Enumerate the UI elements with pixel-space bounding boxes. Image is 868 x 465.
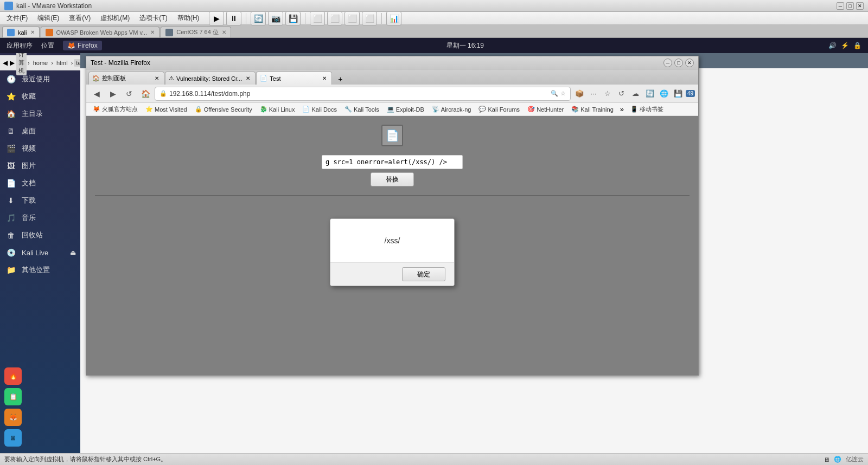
bm-exploitdb[interactable]: 💻 Exploit-DB	[384, 105, 427, 114]
firefox-maximize[interactable]: □	[674, 59, 683, 67]
toolbar-btn-8[interactable]: ⬜	[344, 11, 360, 25]
toolbar-btn-10[interactable]: 📊	[386, 11, 401, 25]
ff-btn-cloud[interactable]: ☁	[629, 87, 642, 100]
vm-tab-centos-close[interactable]: ✕	[222, 29, 226, 35]
ff-tab-0[interactable]: 🏠 控制面板 ✕	[88, 72, 164, 85]
bm-mobile[interactable]: 📱 移动书签	[627, 104, 667, 114]
bm-most-visited[interactable]: ⭐ Most Visited	[142, 105, 190, 114]
toolbar-btn-7[interactable]: ⬜	[327, 11, 342, 25]
fm-path-test[interactable]: test	[74, 59, 80, 67]
fm-forward-btn[interactable]: ▶	[9, 57, 15, 68]
firefox-titlebar: Test - Mozilla Firefox ─ □ ✕	[86, 56, 698, 69]
minimize-button[interactable]: ─	[837, 2, 844, 10]
toolbar-btn-1[interactable]: ▶	[209, 11, 224, 25]
close-button[interactable]: ✕	[856, 2, 864, 10]
replace-button[interactable]: 替换	[371, 172, 414, 186]
sidebar-item-home[interactable]: 🏠 主目录	[0, 105, 80, 122]
bm-kali-training[interactable]: 📚 Kali Training	[568, 105, 617, 114]
sidebar-label-video: 视频	[22, 144, 36, 153]
sidebar-item-pictures[interactable]: 🖼 图片	[0, 157, 80, 175]
dock-icon-2[interactable]: 📋	[4, 388, 22, 405]
vm-tab-owasp[interactable]: OWASP Broken Web Apps VM v... ✕	[41, 27, 160, 37]
dock-icon-3[interactable]: 🦊	[4, 409, 22, 426]
toolbar-btn-2[interactable]: ⏸	[226, 11, 241, 25]
toolbar-btn-6[interactable]: ⬜	[310, 11, 325, 25]
menu-help[interactable]: 帮助(H)	[173, 12, 204, 24]
bm-kali-linux[interactable]: 🐉 Kali Linux	[257, 105, 298, 114]
ff-tab-close-0[interactable]: ✕	[153, 75, 161, 82]
downloads-icon: ⬇	[4, 194, 17, 207]
dock-icon-grid[interactable]: ⊞	[4, 429, 22, 447]
sidebar-item-desktop[interactable]: 🖥 桌面	[0, 122, 80, 140]
ff-btn-save[interactable]: 💾	[672, 87, 685, 100]
ff-reload-btn[interactable]: ↺	[122, 87, 136, 101]
bm-kali-training-icon: 📚	[571, 106, 579, 113]
firefox-close[interactable]: ✕	[685, 59, 694, 67]
vm-tab-kali-close[interactable]: ✕	[30, 29, 35, 35]
bm-kali-tools[interactable]: 🔧 Kali Tools	[341, 105, 382, 114]
ff-tab-close-1[interactable]: ✕	[244, 75, 252, 82]
kali-live-eject[interactable]: ⏏	[70, 249, 76, 256]
maximize-button[interactable]: □	[846, 2, 854, 10]
ff-forward-btn[interactable]: ▶	[106, 87, 120, 101]
bm-kali-docs[interactable]: 📄 Kali Docs	[299, 105, 340, 114]
kali-browser-btn[interactable]: 🦊 Firefox	[63, 41, 102, 50]
bm-kali-forums[interactable]: 💬 Kali Forums	[475, 105, 523, 114]
bm-offensive-icon: 🔒	[195, 106, 202, 113]
ff-tab-2[interactable]: 📄 Test ✕	[256, 72, 332, 85]
dom-controls: 替换	[322, 155, 463, 186]
menu-file[interactable]: 文件(F)	[2, 12, 32, 24]
ff-btn-star-toolbar[interactable]: ☆	[601, 87, 614, 100]
toolbar-btn-5[interactable]: 💾	[285, 11, 301, 25]
ff-tab-1[interactable]: ⚠ Vulnerability: Stored Cr... ✕	[165, 72, 256, 85]
toolbar-btn-9[interactable]: ⬜	[362, 11, 377, 25]
vm-tab-centos[interactable]: CentOS 7 64 位 ✕	[161, 27, 231, 37]
toolbar-btn-4[interactable]: 📷	[268, 11, 283, 25]
vm-tab-kali[interactable]: kali ✕	[2, 27, 40, 37]
bm-nethunter[interactable]: 🎯 NetHunter	[524, 105, 567, 114]
toolbar-btn-3[interactable]: 🔄	[251, 11, 266, 25]
ff-url-bar[interactable]: 🔒 192.168.0.114/test/dom.php 🔍 ☆	[155, 87, 571, 101]
ff-btn-refresh[interactable]: 🔄	[643, 87, 656, 100]
bm-overflow-btn[interactable]: »	[618, 105, 626, 113]
bm-huohu[interactable]: 🦊 火狐官方站点	[90, 104, 141, 114]
sidebar-item-docs[interactable]: 📄 文档	[0, 175, 80, 192]
kali-location-menu[interactable]: 位置	[41, 41, 54, 50]
kali-apps-menu[interactable]: 应用程序	[7, 41, 33, 50]
firefox-minimize[interactable]: ─	[663, 59, 672, 67]
vm-tab-owasp-close[interactable]: ✕	[150, 29, 155, 35]
dock-icon-1[interactable]: 🔥	[4, 367, 22, 385]
sidebar-item-downloads[interactable]: ⬇ 下载	[0, 192, 80, 209]
ff-home-btn[interactable]: 🏠	[138, 87, 152, 101]
ff-btn-sync[interactable]: ↺	[615, 87, 628, 100]
ff-url-star-icon[interactable]: ☆	[560, 90, 566, 97]
desktop-icon: 🖥	[4, 125, 17, 138]
menu-tab[interactable]: 选项卡(T)	[135, 12, 171, 24]
sidebar-item-trash[interactable]: 🗑 回收站	[0, 227, 80, 244]
ff-new-tab-btn[interactable]: +	[335, 74, 346, 85]
fm-path-home[interactable]: home	[31, 59, 50, 67]
sidebar-item-kali-live[interactable]: 💿 Kali Live ⏏	[0, 244, 80, 261]
menu-edit[interactable]: 编辑(E)	[33, 12, 63, 24]
bm-aircrack-icon: 📡	[432, 106, 439, 113]
ff-btn-container[interactable]: 📦	[573, 87, 586, 100]
kali-vm-area: 应用程序 位置 🦊 Firefox 星期一 16:19 🔊 ⚡ 🔒 ◀ ▶ 计算…	[0, 38, 868, 453]
xss-input[interactable]	[322, 155, 463, 169]
ff-back-btn[interactable]: ◀	[90, 87, 104, 101]
sidebar-item-other[interactable]: 📁 其他位置	[0, 261, 80, 279]
fm-back-btn[interactable]: ◀	[2, 57, 8, 68]
alert-ok-button[interactable]: 确定	[402, 267, 445, 281]
ff-btn-network[interactable]: 🌐	[658, 87, 671, 100]
ff-tab-close-2[interactable]: ✕	[321, 75, 328, 82]
ff-btn-more[interactable]: ···	[587, 87, 600, 100]
sidebar-item-music[interactable]: 🎵 音乐	[0, 209, 80, 227]
menu-view[interactable]: 查看(V)	[65, 12, 95, 24]
menu-vm[interactable]: 虚拟机(M)	[96, 12, 134, 24]
bm-aircrack-label: Aircrack-ng	[441, 106, 471, 113]
bm-offensive[interactable]: 🔒 Offensive Security	[192, 105, 256, 114]
bm-aircrack[interactable]: 📡 Aircrack-ng	[429, 105, 475, 114]
sidebar-item-video[interactable]: 🎬 视频	[0, 140, 80, 157]
sidebar-item-favorites[interactable]: ⭐ 收藏	[0, 88, 80, 105]
fm-path-html[interactable]: html	[54, 59, 70, 67]
sidebar-item-recent[interactable]: 🕐 最近使用	[0, 70, 80, 88]
